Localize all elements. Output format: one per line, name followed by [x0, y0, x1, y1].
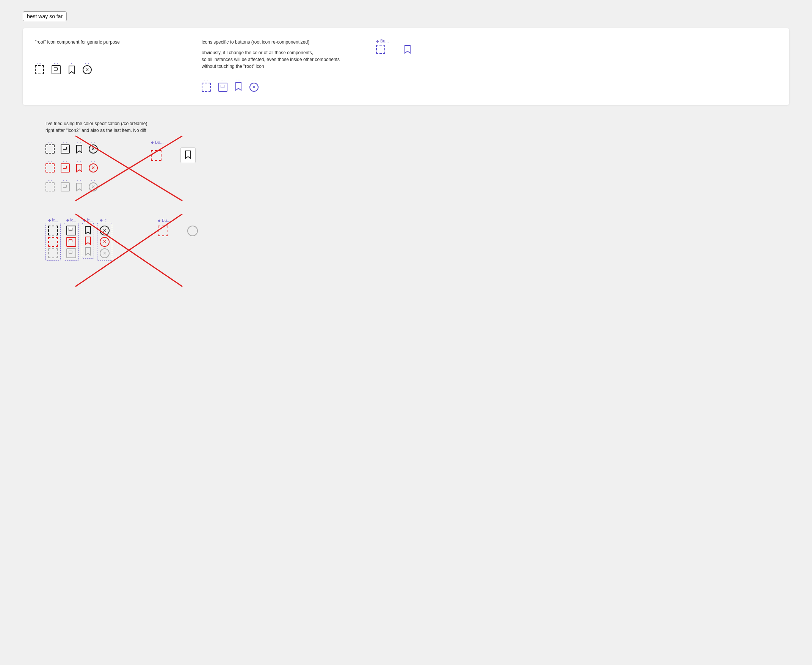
s2-bookmark-black: ... — [76, 140, 83, 154]
icon-wrap-blue-frame: ... — [218, 78, 228, 92]
standalone-bookmark-wrap — [404, 45, 411, 55]
right-col: ◆ Bu... — [376, 39, 777, 94]
dots-b1: ... — [204, 78, 208, 82]
s2-dashed-red: ... — [46, 159, 55, 172]
icon-wrap-blue-bookmark: ... — [235, 77, 242, 92]
section2: I've tried using the color specification… — [23, 116, 789, 195]
icon-wrap-xcircle: ... — [83, 61, 92, 74]
btn-dashed-icon-wrap — [376, 45, 385, 54]
bookmark-icon — [68, 65, 75, 74]
group4: ◆ Ic... — [97, 218, 112, 261]
group3: ◆ Ic... — [82, 218, 94, 259]
blue-icon-row: ... ... ... ... — [202, 77, 353, 92]
s3-circle-outline — [187, 226, 198, 236]
middle-col: icons specific to buttons (root icon re-… — [202, 39, 353, 94]
dots-b2: ... — [221, 78, 225, 82]
frame-blue-icon — [218, 83, 228, 92]
dashed-square-blue-icon — [202, 83, 211, 92]
icon-wrap-frame: ... — [52, 61, 61, 74]
right-desc1: icons specific to buttons (root icon re-… — [202, 39, 353, 46]
title-badge: best way so far — [23, 11, 67, 21]
icon-wrap-dashed: ... — [35, 61, 44, 74]
icon-wrap-blue-xcircle: ... — [249, 78, 259, 92]
section2-button-component: ◆ Bu... — [151, 140, 196, 163]
s2-row1: ... ... ... ... — [46, 140, 98, 154]
left-col: "root" icon component for generic purpos… — [35, 39, 179, 94]
s2-frame-grey: ... — [61, 178, 70, 192]
s2-dashed-black: ... — [46, 140, 55, 154]
dots-b4: ... — [252, 78, 256, 82]
s3-dashed-red — [158, 226, 168, 236]
s2-xcircle-grey: ... — [89, 178, 98, 192]
s2-row3: ... ... ... ... — [46, 178, 98, 192]
s2-dashed-grey: ... — [46, 178, 55, 192]
root-icon-row: ... ... ... ... — [35, 61, 179, 74]
s2-xcircle-black: ... — [89, 140, 98, 154]
xcircle-icon — [83, 65, 92, 74]
s2-btn-bookmark — [180, 147, 196, 163]
s2-bookmark-red: ... — [76, 159, 83, 172]
s2-bookmark-grey: ... — [76, 178, 83, 192]
s2-row2: ... ... ... ... — [46, 159, 98, 172]
section3-button: ◆ Bu... — [158, 218, 198, 236]
dots-1: ... — [37, 61, 41, 64]
right-desc2: obviously, if I change the color of all … — [202, 49, 353, 70]
frame-icon — [52, 65, 61, 74]
group2: ◆ Ic... — [64, 218, 79, 261]
dots-2: ... — [54, 61, 58, 64]
icon-wrap-bookmark: ... — [68, 61, 75, 74]
dots-4: ... — [85, 61, 89, 64]
dots-b3: ... — [236, 77, 240, 81]
dashed-square-icon — [35, 65, 44, 74]
btn-comp-label-1: ◆ Bu... — [376, 39, 777, 43]
bookmark-standalone-icon — [404, 45, 411, 55]
left-desc: "root" icon component for generic purpos… — [35, 39, 179, 46]
xcircle-blue-icon — [249, 83, 259, 92]
s2-btn-dashed-red — [151, 150, 162, 161]
section3-groups: ◆ Ic... ◆ Ic... — [46, 218, 112, 261]
dashed-square-purple-icon — [376, 45, 385, 54]
section2-desc: I've tried using the color specification… — [46, 120, 789, 134]
section3: ◆ Ic... ◆ Ic... — [23, 214, 789, 265]
s2-frame-red: ... — [61, 159, 70, 172]
diamond-icon-1: ◆ — [376, 39, 379, 43]
main-card: "root" icon component for generic purpos… — [23, 28, 789, 105]
section2-icon-sets: ... ... ... ... — [46, 140, 98, 192]
s2-frame-black: ... — [61, 140, 70, 154]
dots-3: ... — [69, 61, 74, 64]
s2-xcircle-red: ... — [89, 159, 98, 172]
bookmark-blue-icon — [235, 82, 242, 92]
icon-wrap-blue-dashed: ... — [202, 78, 211, 92]
group1: ◆ Ic... — [46, 218, 61, 261]
